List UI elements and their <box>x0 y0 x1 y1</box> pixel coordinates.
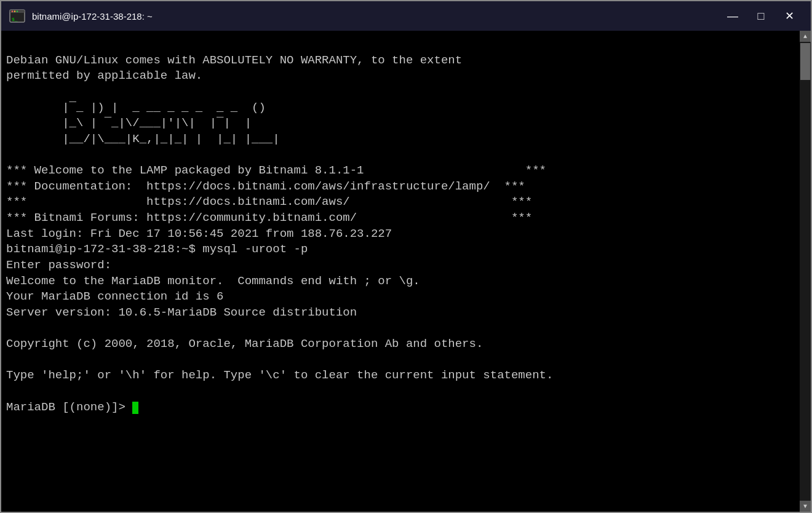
last-login: Last login: Fri Dec 17 10:56:45 2021 fro… <box>6 227 392 241</box>
ascii-line1: |¯_ |) | _ __ _ _ _ _ _ () <box>6 101 280 114</box>
welcome2: *** Documentation: https://docs.bitnami.… <box>6 180 525 193</box>
debian-line2: permitted by applicable law. <box>6 69 202 82</box>
scrollbar-track[interactable] <box>800 42 811 501</box>
debian-line1: Debian GNU/Linux comes with ABSOLUTELY N… <box>6 54 462 67</box>
prompt1: bitnami@ip-172-31-38-218:~$ mysql -uroot… <box>6 242 308 256</box>
ascii-line2: |_\ | ¯_|\/___|'|\| |¯| | <box>6 116 273 130</box>
maximize-button[interactable]: □ <box>747 1 775 31</box>
mariadb-prompt: MariaDB [(none)]> <box>6 400 138 414</box>
enter-password: Enter password: <box>6 258 111 272</box>
ascii-line3: |__/|\___|K_,|_|_| | |_| |___| <box>6 132 287 146</box>
terminal-window: $_ bitnami@ip-172-31-38-218: ~ — □ ✕ Deb… <box>0 0 812 513</box>
titlebar: $_ bitnami@ip-172-31-38-218: ~ — □ ✕ <box>1 1 811 31</box>
copyright: Copyright (c) 2000, 2018, Oracle, MariaD… <box>6 337 483 351</box>
scrollbar: ▲ ▼ <box>800 31 811 512</box>
mariadb-welcome: Welcome to the MariaDB monitor. Commands… <box>6 274 420 288</box>
scroll-down-button[interactable]: ▼ <box>800 501 811 512</box>
minimize-button[interactable]: — <box>718 1 747 31</box>
cursor <box>132 402 138 414</box>
server-version: Server version: 10.6.5-MariaDB Source di… <box>6 306 357 319</box>
svg-text:$_: $_ <box>12 17 18 22</box>
svg-point-2 <box>12 10 13 12</box>
window-controls: — □ ✕ <box>718 1 803 31</box>
welcome1: *** Welcome to the LAMP packaged by Bitn… <box>6 164 546 177</box>
window-title: bitnami@ip-172-31-38-218: ~ <box>32 11 718 22</box>
terminal-content[interactable]: Debian GNU/Linux comes with ABSOLUTELY N… <box>1 31 800 512</box>
svg-point-3 <box>14 10 15 12</box>
terminal-wrapper: Debian GNU/Linux comes with ABSOLUTELY N… <box>1 31 811 512</box>
welcome3: *** https://docs.bitnami.com/aws/ *** <box>6 195 532 209</box>
connection-id: Your MariaDB connection id is 6 <box>6 290 223 303</box>
svg-point-4 <box>17 10 18 12</box>
app-icon: $_ <box>9 7 26 25</box>
scrollbar-thumb[interactable] <box>800 43 810 80</box>
close-button[interactable]: ✕ <box>775 1 803 31</box>
scroll-up-button[interactable]: ▲ <box>800 31 811 42</box>
help-text: Type 'help;' or '\h' for help. Type '\c'… <box>6 368 553 382</box>
welcome4: *** Bitnami Forums: https://community.bi… <box>6 211 532 225</box>
